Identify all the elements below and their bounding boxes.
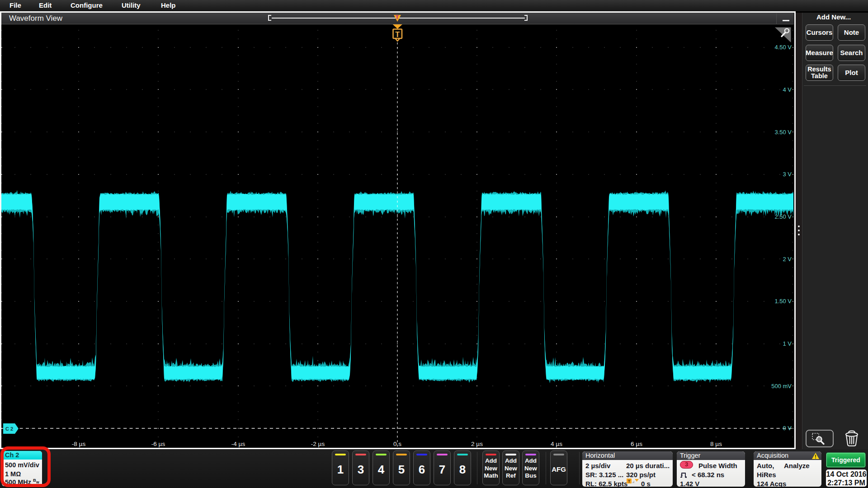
svg-text:6 µs: 6 µs <box>631 441 642 447</box>
svg-text:4.50 V: 4.50 V <box>774 44 792 51</box>
svg-text:1.50 V: 1.50 V <box>774 298 792 305</box>
svg-text:2 V: 2 V <box>783 256 792 263</box>
svg-text:0 s: 0 s <box>393 441 401 447</box>
svg-text:-8 µs: -8 µs <box>72 441 86 447</box>
svg-text:0 V: 0 V <box>783 425 792 432</box>
svg-text:3.50 V: 3.50 V <box>774 129 792 136</box>
svg-text:-4 µs: -4 µs <box>231 441 245 447</box>
svg-text:C 2: C 2 <box>5 426 13 432</box>
svg-text:1 V: 1 V <box>783 340 792 347</box>
svg-text:4 µs: 4 µs <box>551 441 562 447</box>
svg-text:8 µs: 8 µs <box>710 441 722 447</box>
svg-text:3 V: 3 V <box>783 171 792 178</box>
svg-text:-6 µs: -6 µs <box>151 441 165 447</box>
svg-text:2 µs: 2 µs <box>471 441 483 447</box>
svg-text:T: T <box>395 31 400 38</box>
svg-text:T: T <box>628 479 631 483</box>
svg-text:500 mV: 500 mV <box>771 383 792 389</box>
svg-text:-2 µs: -2 µs <box>311 441 325 447</box>
svg-text:2.50 V: 2.50 V <box>774 213 792 220</box>
svg-text:4 V: 4 V <box>783 86 792 93</box>
